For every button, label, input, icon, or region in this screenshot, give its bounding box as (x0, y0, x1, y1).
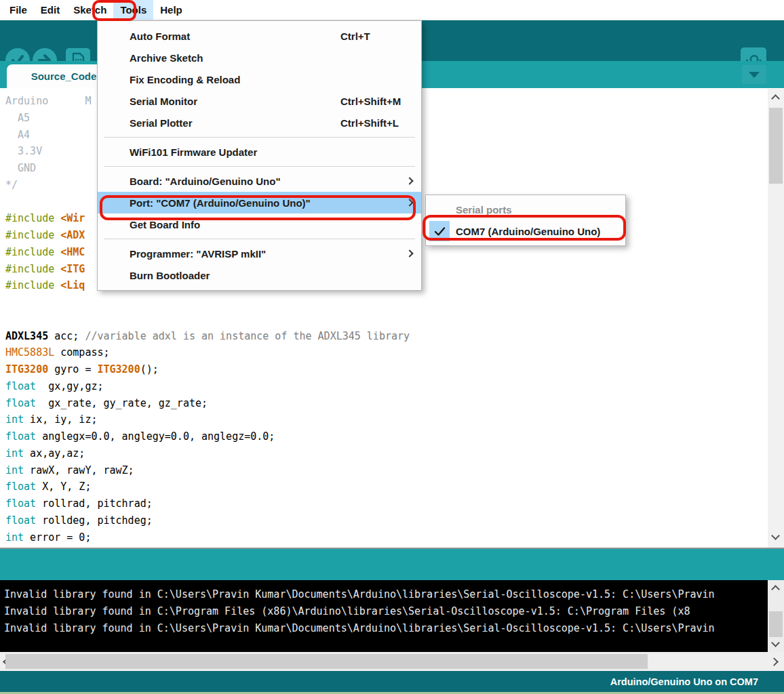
editor-scrollbar-thumb[interactable] (769, 108, 783, 184)
tools-menu: Auto FormatCtrl+TArchive SketchFix Encod… (97, 20, 422, 291)
menu-separator (104, 137, 415, 138)
code-line: int ax,ay,az; (5, 445, 768, 462)
submenu-arrow-icon (406, 249, 413, 257)
code-line (5, 294, 768, 311)
arduino-ide-window: FileEditSketchToolsHelp (0, 0, 784, 694)
menu-bar: FileEditSketchToolsHelp (0, 0, 784, 20)
submenu-item-com7-arduino-genuino-uno[interactable]: COM7 (Arduino/Genuino Uno) (426, 220, 625, 242)
scroll-right-icon[interactable] (770, 657, 779, 666)
editor-vertical-scrollbar[interactable] (768, 89, 784, 548)
menu-item-archive-sketch[interactable]: Archive Sketch (98, 47, 421, 68)
menu-shortcut: Ctrl+T (340, 30, 370, 42)
code-line: ADXL345 acc; //variable adxl is an insta… (5, 328, 768, 345)
code-line: float X, Y, Z; (5, 478, 768, 495)
checkmark-icon (429, 221, 450, 241)
menu-shortcut: Ctrl+Shift+L (340, 117, 399, 129)
console-line: Invalid library found in C:\Users\Pravin… (4, 586, 768, 603)
code-line: int error = 0; (5, 529, 768, 546)
menu-item-board-arduino-genuino-uno[interactable]: Board: "Arduino/Genuino Uno" (98, 170, 421, 192)
menubar-item-sketch[interactable]: Sketch (66, 0, 113, 20)
console-output: Invalid library found in C:\Users\Pravin… (0, 580, 768, 652)
code-line: int rawX, rawY, rawZ; (5, 462, 768, 479)
port-submenu: Serial ports COM7 (Arduino/Genuino Uno) (425, 195, 626, 246)
code-line: float rollrad, pitchrad; (5, 495, 768, 512)
menu-separator (104, 239, 415, 239)
scroll-down-icon[interactable] (771, 638, 780, 647)
console-vertical-scrollbar[interactable] (768, 580, 784, 652)
console-horizontal-scrollbar[interactable] (0, 652, 784, 671)
menu-item-fix-encoding-reload[interactable]: Fix Encoding & Reload (98, 68, 421, 90)
editor-console-divider (0, 548, 784, 580)
console-line: Invalid library found in C:\Program File… (4, 603, 768, 620)
menu-item-serial-monitor[interactable]: Serial MonitorCtrl+Shift+M (98, 90, 421, 112)
submenu-header-serial-ports: Serial ports (426, 199, 625, 220)
scroll-down-icon[interactable] (771, 531, 780, 540)
menu-separator (104, 166, 415, 167)
horizontal-scrollbar-thumb[interactable] (5, 654, 648, 669)
code-line: float gx_rate, gy_rate, gz_rate; (5, 395, 768, 412)
submenu-arrow-icon (406, 199, 413, 206)
code-line: float rolldeg, pitchdeg; (5, 512, 768, 529)
code-line: HMC5883L compass; (5, 344, 768, 361)
menu-item-get-board-info[interactable]: Get Board Info (98, 213, 421, 235)
menu-item-wifi101-firmware-updater[interactable]: WiFi101 Firmware Updater (98, 141, 421, 163)
scroll-up-icon[interactable] (771, 585, 780, 594)
menubar-item-help[interactable]: Help (153, 0, 189, 20)
code-line: float anglegx=0.0, anglegy=0.0, anglegz=… (5, 428, 768, 445)
code-line: int ix, iy, iz; (5, 411, 768, 428)
menu-item-port-com7-arduino-genuino-uno[interactable]: Port: "COM7 (Arduino/Genuino Uno)" (98, 192, 421, 213)
code-line: ITG3200 gyro = ITG3200(); (5, 361, 768, 378)
submenu-arrow-icon (406, 177, 413, 184)
chevron-down-icon (749, 72, 760, 78)
menu-item-serial-plotter[interactable]: Serial PlotterCtrl+Shift+L (98, 112, 421, 134)
code-line: float gx,gy,gz; (5, 378, 768, 395)
code-line (5, 311, 768, 328)
menu-shortcut: Ctrl+Shift+M (340, 96, 401, 107)
menubar-item-tools[interactable]: Tools (113, 0, 153, 20)
console-line: Invalid library found in C:\Users\Pravin… (4, 620, 768, 637)
scroll-up-icon[interactable] (771, 94, 780, 103)
board-port-status: Arduino/Genuino Uno on COM7 (610, 676, 758, 687)
menu-item-burn-bootloader[interactable]: Burn Bootloader (98, 264, 421, 286)
status-bar: Arduino/Genuino Uno on COM7 (0, 671, 784, 692)
menu-item-programmer-avrisp-mkii[interactable]: Programmer: "AVRISP mkII" (98, 243, 421, 264)
menubar-item-edit[interactable]: Edit (34, 0, 66, 20)
menubar-item-file[interactable]: File (3, 0, 34, 20)
tab-list-dropdown-button[interactable] (742, 65, 766, 84)
menu-item-auto-format[interactable]: Auto FormatCtrl+T (98, 25, 421, 47)
console-text: Invalid library found in C:\Users\Pravin… (0, 580, 768, 637)
console-scrollbar-thumb[interactable] (769, 611, 783, 637)
tab-label: Source_Code (31, 70, 97, 82)
